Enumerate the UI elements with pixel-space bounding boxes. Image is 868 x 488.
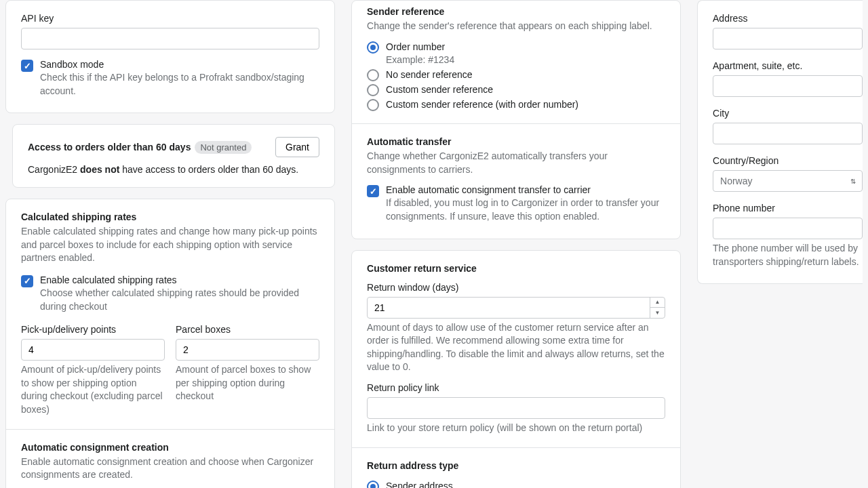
- chevron-up-icon[interactable]: ▲: [650, 298, 665, 308]
- grant-button[interactable]: Grant: [275, 137, 319, 157]
- sender-ref-none-label: No sender reference: [386, 69, 665, 80]
- rates-title: Calculated shipping rates: [21, 211, 319, 222]
- parcel-label: Parcel boxes: [176, 324, 319, 335]
- sandbox-help: Check this if the API key belongs to a P…: [40, 71, 319, 98]
- return-service-title: Customer return service: [367, 263, 665, 274]
- api-key-label: API key: [21, 13, 319, 24]
- return-policy-label: Return policy link: [367, 382, 665, 393]
- enable-rates-help: Choose whether calculated shipping rates…: [40, 287, 319, 313]
- access-badge: Not granted: [195, 141, 252, 154]
- chevron-down-icon[interactable]: ▼: [650, 308, 665, 318]
- sender-ref-order-radio[interactable]: [367, 41, 379, 54]
- sender-ref-none-radio[interactable]: [367, 69, 379, 81]
- address-card: Address Apartment, suite, etc. City Coun…: [697, 0, 863, 284]
- access-card: Access to orders older than 60 days Not …: [12, 124, 335, 188]
- sender-ref-title: Sender reference: [367, 6, 665, 17]
- pickup-label: Pick-up/delivery points: [21, 324, 165, 335]
- parcel-input[interactable]: [176, 339, 319, 361]
- sender-ref-subtitle: Change the sender's reference that appea…: [367, 20, 665, 33]
- sender-ref-custom-order-label: Custom sender reference (with order numb…: [386, 99, 665, 110]
- rates-card: Calculated shipping rates Enable calcula…: [5, 199, 335, 488]
- sender-transfer-card: Sender reference Change the sender's ref…: [351, 0, 681, 239]
- apartment-label: Apartment, suite, etc.: [713, 60, 863, 71]
- sender-ref-order-help: Example: #1234: [386, 54, 665, 67]
- return-addr-sender-label: Sender address: [386, 481, 665, 488]
- auto-transfer-help: If disabled, you must log in to Cargoniz…: [386, 197, 665, 223]
- sender-ref-order-label: Order number: [386, 41, 665, 52]
- enable-rates-label: Enable calculated shipping rates: [40, 274, 319, 285]
- api-key-card: API key Sandbox mode Check this if the A…: [5, 0, 335, 113]
- address-input[interactable]: [713, 28, 863, 49]
- return-addr-sender-radio[interactable]: [367, 481, 379, 488]
- city-input[interactable]: [713, 123, 863, 144]
- phone-help: The phone number will be used by transpo…: [713, 242, 863, 268]
- return-window-label: Return window (days): [367, 282, 665, 293]
- sender-ref-custom-order-radio[interactable]: [367, 99, 379, 111]
- country-select[interactable]: Norway: [713, 170, 863, 192]
- city-label: City: [713, 108, 863, 119]
- address-label: Address: [713, 13, 863, 24]
- return-policy-help: Link to your store return policy (will b…: [367, 422, 665, 435]
- auto-create-subtitle: Enable automatic consignment creation an…: [21, 455, 319, 482]
- return-addr-type-title: Return address type: [367, 460, 665, 471]
- return-window-help: Amount of days to allow use of the custo…: [367, 321, 665, 374]
- api-key-input[interactable]: [21, 28, 319, 49]
- return-window-input[interactable]: [367, 297, 665, 319]
- return-policy-input[interactable]: [367, 397, 665, 419]
- access-title: Access to orders older than 60 days: [28, 142, 191, 152]
- sender-ref-custom-radio[interactable]: [367, 84, 379, 96]
- sandbox-label: Sandbox mode: [40, 59, 319, 70]
- access-text: CargonizE2 does not have access to order…: [28, 164, 319, 175]
- sender-ref-custom-label: Custom sender reference: [386, 84, 665, 95]
- pickup-input[interactable]: [21, 339, 165, 361]
- return-card: Customer return service Return window (d…: [351, 250, 681, 488]
- rates-subtitle: Enable calculated shipping rates and cha…: [21, 225, 319, 265]
- auto-create-title: Automatic consignment creation: [21, 442, 319, 453]
- phone-label: Phone number: [713, 203, 863, 214]
- return-window-spinner[interactable]: ▲▼: [650, 298, 665, 318]
- auto-transfer-title: Automatic transfer: [367, 136, 665, 147]
- country-label: Country/Region: [713, 155, 863, 166]
- phone-input[interactable]: [713, 218, 863, 239]
- auto-transfer-checkbox[interactable]: [367, 185, 379, 197]
- parcel-help: Amount of parcel boxes to show per shipp…: [176, 363, 319, 403]
- sandbox-checkbox[interactable]: [21, 60, 33, 72]
- pickup-help: Amount of pick-up/delivery points to sho…: [21, 363, 165, 416]
- auto-transfer-label: Enable automatic consignment transfer to…: [386, 184, 665, 195]
- enable-rates-checkbox[interactable]: [21, 275, 33, 287]
- auto-transfer-subtitle: Change whether CargonizE2 automatically …: [367, 150, 665, 176]
- apartment-input[interactable]: [713, 75, 863, 97]
